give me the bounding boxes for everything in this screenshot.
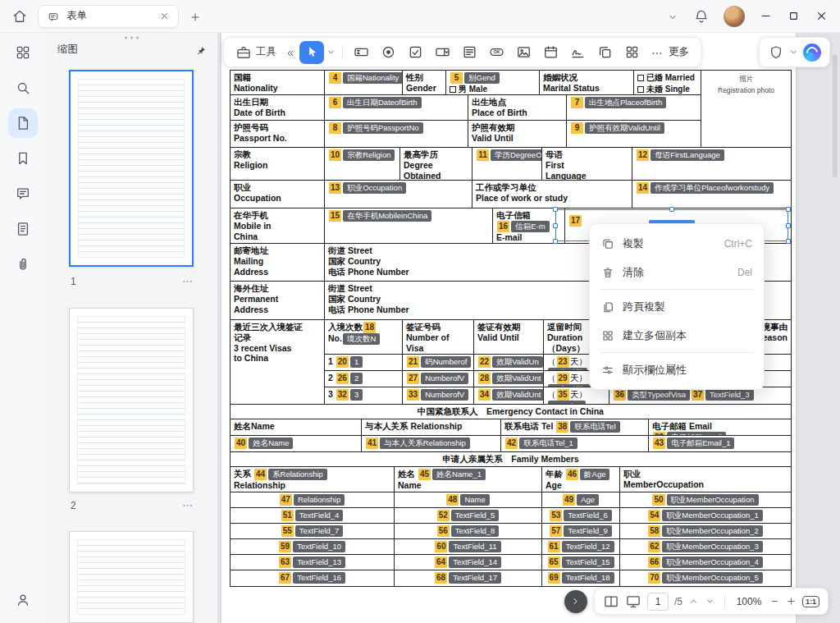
field-label-pill[interactable]: 护照号码PassportNo (343, 122, 423, 134)
field-number-badge[interactable]: 61 (548, 541, 560, 552)
okbtn-tool-button[interactable]: OK (484, 41, 509, 64)
form-field[interactable]: 42联系电话Tel_1 (504, 437, 578, 447)
field-label-pill[interactable]: TextField_13 (293, 557, 345, 568)
form-field[interactable]: 22效期ValidUn (477, 356, 544, 366)
field-number-badge[interactable]: 52 (437, 510, 450, 521)
field-number-badge[interactable]: 44 (254, 469, 267, 480)
form-field[interactable]: 8护照号码PassportNo (328, 122, 424, 132)
field-label-pill[interactable]: 国籍Nationality (343, 72, 403, 84)
form-field[interactable]: 15在华手机MobileinChina (328, 210, 432, 220)
form-field[interactable]: 33NumberofV (406, 389, 469, 399)
field-label-pill[interactable]: 职业Occupation (343, 182, 406, 194)
field-label-pill[interactable]: 龄Age (580, 469, 609, 480)
field-label-pill[interactable]: 电子邮箱Email (667, 432, 726, 435)
field-label-pill[interactable]: TextField_4 (295, 510, 344, 521)
field-number-badge[interactable]: 68 (435, 572, 447, 584)
form-field[interactable]: 6出生日期DateofBirth (328, 97, 422, 107)
field-number-badge[interactable]: 14 (637, 182, 649, 194)
field-label-pill[interactable]: 职业MemberOccupation_5 (662, 572, 762, 584)
form-field[interactable]: 47Relationship (279, 494, 345, 504)
field-label-pill[interactable]: NumberofV (421, 389, 468, 401)
field-number-badge[interactable]: 38 (556, 421, 568, 433)
field-number-badge[interactable]: 29 (557, 373, 569, 384)
field-label-pill[interactable]: 护照有效期ValidUntil (585, 122, 664, 134)
home-icon[interactable] (11, 8, 28, 25)
field-label-pill[interactable]: 别Gend (464, 72, 500, 84)
field-number-badge[interactable]: 66 (648, 557, 660, 568)
panel-drag-handle[interactable] (123, 36, 141, 39)
field-label-pill[interactable]: 宗教Religion (343, 149, 395, 161)
field-number-badge[interactable]: 63 (279, 557, 291, 568)
field-number-badge[interactable]: 56 (437, 525, 450, 537)
field-number-badge[interactable]: 5 (450, 72, 463, 84)
field-number-badge[interactable]: 41 (366, 437, 378, 449)
field-label-pill[interactable]: 类型TypeofVisa (628, 389, 690, 401)
form-field[interactable]: 57TextField_9 (549, 525, 613, 535)
form-field[interactable]: 53TextField_6 (549, 510, 613, 520)
field-label-pill[interactable]: 效期ValidUnt (492, 389, 544, 401)
field-label-pill[interactable]: TextField_9 (564, 525, 612, 537)
grid4-tool-button[interactable] (619, 41, 644, 64)
rail-item-clip[interactable] (8, 250, 38, 279)
textfield-tool-button[interactable] (349, 41, 373, 64)
form-field[interactable]: 41与本人关系Relationship (365, 437, 471, 447)
form-field[interactable]: 67TextField_16 (278, 572, 346, 582)
field-number-badge[interactable]: 58 (648, 525, 660, 537)
form-field[interactable]: 262 (336, 373, 363, 383)
page-number-input[interactable]: 1 (647, 593, 669, 611)
field-label-pill[interactable]: TextField_18 (562, 572, 614, 584)
form-field[interactable]: 65TextField_15 (547, 557, 615, 566)
field-number-badge[interactable]: 64 (435, 557, 447, 568)
field-number-badge[interactable]: 21 (407, 356, 419, 368)
field-label-pill[interactable]: Duration (548, 401, 586, 404)
field-label-pill[interactable]: TextField_7 (295, 525, 344, 537)
field-label-pill[interactable]: TextField_16 (293, 572, 345, 584)
field-label-pill[interactable]: TextField_5 (451, 510, 500, 521)
field-label-pill[interactable]: 系Relationship (268, 469, 327, 480)
field-number-badge[interactable]: 43 (653, 437, 665, 449)
field-label-pill[interactable]: TextField_17 (449, 572, 501, 584)
field-label-pill[interactable]: 电子邮箱Email_1 (667, 437, 734, 449)
field-number-badge[interactable]: 7 (571, 97, 583, 108)
field-label-pill[interactable]: 码Numberof (421, 356, 471, 368)
form-field[interactable]: 61TextField_12 (547, 541, 615, 551)
field-number-badge[interactable]: 40 (235, 437, 247, 449)
form-field[interactable]: 45姓名Name_1 (418, 469, 486, 479)
form-field[interactable]: 9护照有效期ValidUntil (570, 122, 665, 132)
field-number-badge[interactable]: 54 (648, 510, 660, 521)
field-number-badge[interactable]: 12 (637, 149, 649, 161)
form-field[interactable]: 46龄Age (565, 469, 611, 479)
field-label-pill[interactable]: 母语FirstLanguage (651, 149, 724, 161)
field-number-badge[interactable]: 69 (548, 572, 560, 584)
calendar-tool-button[interactable] (538, 41, 563, 64)
form-field[interactable]: 63TextField_13 (278, 557, 346, 566)
listbox-tool-button[interactable] (457, 41, 482, 64)
field-label-pill[interactable]: 作或学习单位Placeofworkorstudy (651, 182, 774, 194)
page-thumbnail-2[interactable] (69, 308, 194, 492)
form-field[interactable]: 49Age (562, 494, 600, 504)
form-field[interactable]: 66职业MemberOccupation_4 (647, 557, 764, 566)
rail-item-comment[interactable] (8, 179, 38, 208)
tools-button[interactable]: 工具 (231, 41, 281, 64)
field-label-pill[interactable]: 职业MemberOccupation_2 (662, 525, 762, 537)
protect-dropdown-icon[interactable] (788, 47, 799, 57)
field-label-pill[interactable]: TextField_3 (705, 389, 754, 401)
duplicate-tool-button[interactable] (592, 41, 617, 64)
form-field[interactable]: 62职业MemberOccupation_3 (647, 541, 764, 551)
close-button[interactable] (815, 9, 829, 23)
form-field[interactable]: 14作或学习单位Placeofworkorstudy (636, 182, 774, 192)
field-number-badge[interactable]: 70 (648, 572, 660, 584)
field-label-pill[interactable]: 逗留时间 (548, 368, 587, 370)
field-label-pill[interactable]: 境次数N (343, 333, 380, 345)
form-field[interactable]: 11学历DegreeObta (476, 149, 542, 159)
field-number-badge[interactable]: 46 (566, 469, 578, 480)
field-number-badge[interactable]: 22 (478, 356, 491, 368)
field-label-pill[interactable]: TextField_6 (564, 510, 612, 521)
rail-item-note[interactable] (8, 214, 38, 244)
rail-item-person[interactable] (8, 585, 38, 615)
form-field[interactable]: 17 (568, 215, 582, 225)
menu-item[interactable]: 複製Ctrl+C (590, 229, 764, 258)
field-number-badge[interactable]: 59 (279, 541, 291, 552)
field-label-pill[interactable]: 姓名Name (249, 437, 293, 449)
rail-item-apps[interactable] (8, 38, 38, 67)
